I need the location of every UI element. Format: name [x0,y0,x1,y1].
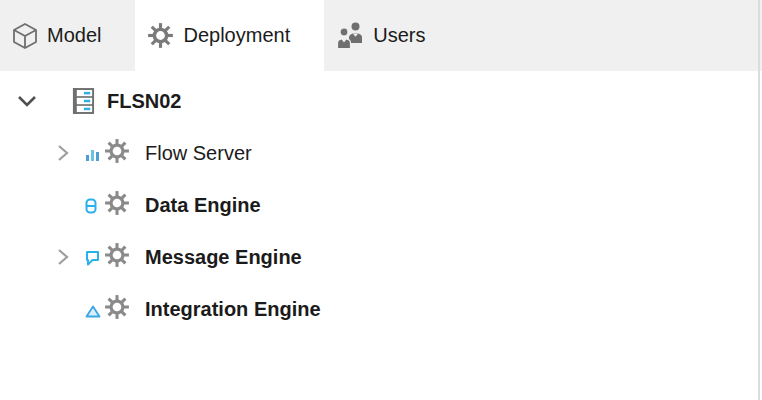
speech-bubble-glyph [85,248,100,271]
integration-gear-icon [85,294,130,324]
deployment-tree: FLSN02 [0,71,762,335]
chevron-right-icon[interactable] [57,248,71,266]
flow-stats-gear-icon [85,138,130,168]
chevron-right-icon[interactable] [57,144,71,162]
tree-item-label: Flow Server [145,142,252,165]
gear-icon [104,190,130,221]
app-window: Model Deployment [0,0,762,400]
server-icon [72,87,95,115]
window-right-border [758,0,760,400]
tree-item-label: Integration Engine [145,298,321,321]
tree-item-label: Data Engine [145,194,261,217]
tree-item-label: Message Engine [145,246,302,269]
tab-label: Model [47,24,101,47]
gear-icon [147,22,174,49]
message-gear-icon [85,242,130,272]
tab-bar: Model Deployment [0,0,762,71]
gear-icon [104,294,130,325]
gear-icon [104,138,130,169]
tab-label: Deployment [183,24,290,47]
database-gear-icon [85,190,130,220]
tree-item-label: FLSN02 [107,90,181,113]
users-icon [336,22,364,49]
gear-icon [104,242,130,273]
tab-label: Users [373,24,425,47]
tab-model[interactable]: Model [0,0,135,71]
tree-item-message-engine[interactable]: Message Engine [0,231,762,283]
tree-item-data-engine[interactable]: Data Engine [0,179,762,231]
tree-item-flow-server[interactable]: Flow Server [0,127,762,179]
cube-icon [12,22,38,50]
tree-item-integration-engine[interactable]: Integration Engine [0,283,762,335]
database-glyph [85,196,97,219]
bar-chart-glyph [85,144,101,167]
tab-users[interactable]: Users [324,0,459,71]
chevron-down-icon[interactable] [17,95,37,107]
tree-item-flsn02[interactable]: FLSN02 [0,75,762,127]
triangle-glyph [85,300,101,323]
tab-deployment[interactable]: Deployment [135,0,324,71]
